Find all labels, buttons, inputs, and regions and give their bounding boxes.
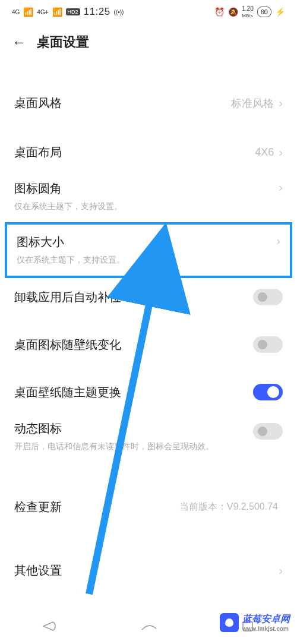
row-value: 当前版本：V9.2.500.74 [179, 501, 278, 513]
watermark-logo-icon [220, 613, 239, 632]
status-bar: 4G 📶 4G+ 📶 HD2 11:25 ((•)) ⏰ 🔕 1.20MB/s … [0, 0, 297, 24]
settings-list: 桌面风格 标准风格 › 桌面布局 4X6 › 图标圆角 仅在系统主题下，支持设置… [0, 61, 297, 589]
net-speed: 1.20MB/s [242, 5, 253, 18]
switch-wallpaper-theme[interactable] [253, 384, 283, 400]
row-icon-wallpaper[interactable]: 桌面图标随壁纸变化 [0, 326, 297, 364]
nav-back-button[interactable] [42, 618, 57, 634]
row-desc: 仅在系统主题下，支持设置。 [14, 200, 279, 213]
switch-autofill[interactable] [253, 289, 283, 305]
network-4gplus-icon: 4G+ [37, 9, 48, 15]
row-title: 其他设置 [14, 563, 279, 579]
row-title: 检查更新 [14, 499, 179, 515]
row-value: 4X6 [255, 146, 274, 159]
row-wallpaper-theme[interactable]: 桌面壁纸随主题更换 [0, 373, 297, 411]
signal-bars-1-icon: 📶 [23, 7, 33, 17]
silent-icon: 🔕 [228, 7, 238, 17]
row-title: 卸载应用后自动补位 [14, 289, 253, 305]
row-title: 桌面布局 [14, 144, 255, 160]
row-desktop-layout[interactable]: 桌面布局 4X6 › [0, 134, 297, 171]
nav-home-button[interactable] [141, 618, 156, 634]
back-button[interactable]: ← [12, 34, 26, 50]
chevron-right-icon: › [279, 564, 283, 577]
watermark-url: www.lmkjst.com [242, 626, 290, 632]
battery-indicator: 60 [257, 7, 271, 17]
network-4g-icon: 4G [12, 9, 20, 15]
switch-icon-wallpaper[interactable] [253, 336, 283, 353]
charging-icon: ⚡ [275, 7, 285, 17]
row-dynamic-icon[interactable]: 动态图标 开启后，电话和信息有未读事件时，图标会呈现动效。 [0, 411, 297, 462]
page-title: 桌面设置 [37, 33, 89, 51]
watermark-text: 蓝莓安卓网 [242, 613, 290, 626]
chevron-right-icon: › [276, 234, 280, 248]
nfc-icon: ((•)) [114, 9, 124, 15]
row-title: 动态图标 [14, 421, 253, 437]
alarm-icon: ⏰ [214, 7, 225, 17]
chevron-right-icon: › [279, 146, 283, 159]
chevron-right-icon: › [279, 96, 283, 110]
switch-dynamic-icon[interactable] [253, 423, 283, 440]
row-value: 标准风格 [231, 96, 274, 111]
hd-badge: HD2 [66, 8, 80, 15]
row-desktop-style[interactable]: 桌面风格 标准风格 › [0, 84, 297, 122]
status-time: 11:25 [84, 6, 110, 18]
signal-bars-2-icon: 📶 [52, 7, 62, 17]
row-title: 桌面风格 [14, 95, 231, 111]
row-title: 桌面壁纸随主题更换 [14, 384, 253, 400]
row-check-update[interactable]: 检查更新 当前版本：V9.2.500.74 [0, 488, 297, 526]
row-desc: 开启后，电话和信息有未读事件时，图标会呈现动效。 [14, 440, 253, 453]
row-icon-size[interactable]: 图标大小 仅在系统主题下，支持设置。 › [5, 222, 292, 278]
row-autofill[interactable]: 卸载应用后自动补位 [0, 278, 297, 316]
status-right: ⏰ 🔕 1.20MB/s 60 ⚡ [214, 5, 285, 18]
row-desc: 仅在系统主题下，支持设置。 [17, 254, 276, 266]
chevron-right-icon: › [279, 181, 283, 194]
page-header: ← 桌面设置 [0, 24, 297, 61]
row-other-settings[interactable]: 其他设置 › [0, 552, 297, 589]
row-title: 图标圆角 [14, 181, 279, 197]
row-title: 图标大小 [17, 234, 276, 250]
watermark: 蓝莓安卓网 www.lmkjst.com [220, 613, 290, 632]
status-left: 4G 📶 4G+ 📶 HD2 11:25 ((•)) [12, 6, 124, 18]
row-title: 桌面图标随壁纸变化 [14, 337, 253, 353]
row-icon-corner[interactable]: 图标圆角 仅在系统主题下，支持设置。 › [0, 171, 297, 222]
